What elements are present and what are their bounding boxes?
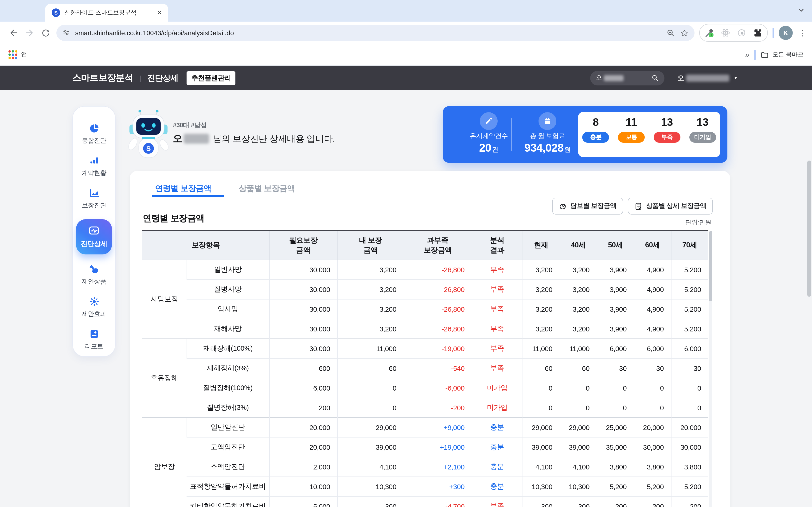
required-cell: 30,000 [269,279,338,299]
table-scrollbar-thumb[interactable] [709,231,712,301]
page-scrollbar-thumb[interactable] [807,161,811,297]
age70-cell: 0 [671,398,708,417]
age40-cell: 3,200 [560,279,597,299]
devtools-extension-icon[interactable] [704,28,715,38]
required-cell: 2,000 [269,457,338,476]
age60-cell: 4,900 [634,279,671,299]
pencil-icon [480,112,498,130]
extensions-puzzle-icon[interactable] [752,28,763,38]
age60-cell: 0 [634,398,671,417]
apps-grid-icon[interactable] [8,50,17,59]
age-now-cell: 4,100 [522,457,560,476]
redacted-customer-name [184,134,209,144]
product-detail-button[interactable]: 상품별 상세 보장금액 [627,198,713,215]
column-header: 분석 결과 [472,230,522,260]
zoom-out-icon[interactable] [666,29,675,37]
age70-cell: 5,200 [671,260,708,279]
tab-title: 신한라이프 스마트보장분석 [64,9,155,17]
age60-cell: 5,200 [634,476,671,496]
plan-manage-button[interactable]: 추천플랜관리 [187,71,236,85]
calendar-icon [539,112,556,130]
table-row: 카티항암약물허가치료비5,000300-4,700부족3003002002002… [142,496,708,507]
browser-tab[interactable]: S 신한라이프 스마트보장분석 × [45,4,168,21]
chevron-down-icon: ▼ [733,75,738,80]
required-cell: 20,000 [269,437,338,457]
bookmarks-overflow-icon[interactable]: » [745,50,750,59]
status-col-충분: 8충분 [582,117,609,143]
area-chart-icon [89,188,99,199]
table-row: 암사망30,0003,200-26,800부족3,2003,2003,9004,… [142,299,708,319]
sidebar-item-종합진단[interactable]: 종합진단 [82,123,106,145]
address-bar[interactable]: smart.shinhanlife.co.kr:10043/cfp/api/an… [56,25,695,41]
result-cell: 부족 [472,358,522,378]
sidebar-item-제안효과[interactable]: 제안효과 [82,296,106,318]
profile-avatar[interactable]: K [779,26,793,40]
result-cell: 충분 [472,437,522,457]
age40-cell: 3,200 [560,260,597,279]
summary-card: 유지계약건수 20건 총 월 보험료 934,028원 8충분11보통13부족1… [443,106,727,163]
age-now-cell: 60 [522,358,560,378]
coverage-table-wrap: 보장항목필요보장 금액내 보장 금액과부족 보장금액분석 결과현재40세50세6… [142,230,708,507]
required-cell: 10,000 [269,476,338,496]
mine-cell: 0 [338,378,404,398]
age70-cell: 3,800 [671,457,708,476]
donut-icon [559,202,567,210]
user-menu[interactable]: 오 ▼ [677,73,738,82]
gap-cell: -200 [404,398,472,417]
back-button[interactable] [6,25,21,41]
table-scrollbar[interactable] [709,231,712,507]
url-text[interactable]: smart.shinhanlife.co.kr:10043/cfp/api/an… [75,29,662,37]
result-cell: 충분 [472,417,522,437]
status-count: 8 [593,117,599,128]
tab-by-product[interactable]: 상품별 보장금액 [239,183,295,194]
tab-strip-chevron-icon[interactable] [798,7,805,14]
redacted-search-text [604,75,623,81]
mine-cell: 3,200 [338,319,404,338]
group-cell: 사망보장 [142,260,187,338]
table-row: 재해사망30,0003,200-26,800부족3,2003,2003,9004… [142,319,708,338]
orbit-extension-icon[interactable] [737,28,747,38]
site-settings-icon[interactable] [62,29,70,37]
column-header: 40세 [560,230,597,260]
customer-tags: #30대 #남성 [173,121,207,129]
age-now-cell: 3,200 [522,299,560,319]
mine-cell: 4,100 [338,457,404,476]
tab-strip: S 신한라이프 스마트보장분석 × [0,0,812,21]
age40-cell: 300 [560,496,597,507]
reload-button[interactable] [38,25,54,41]
atom-extension-icon[interactable] [720,28,731,38]
tab-by-age[interactable]: 연령별 보장금액 [155,183,211,194]
sidebar-item-보장진단[interactable]: 보장진단 [82,188,106,210]
customer-search-input[interactable]: 오 [590,71,664,85]
required-cell: 5,000 [269,496,338,507]
sidebar-item-진단상세[interactable]: 진단상세 [76,219,112,255]
report-icon [89,329,99,339]
age70-cell: 5,200 [671,299,708,319]
result-cell: 부족 [472,279,522,299]
browser-menu-icon[interactable]: ⋮ [798,28,806,38]
status-pill: 보통 [618,132,645,143]
group-cell: 후유장해 [142,338,187,417]
tab-close-icon[interactable]: × [155,8,163,17]
age60-cell: 4,900 [634,260,671,279]
sidebar-item-label: 리포트 [85,342,103,351]
sidebar-item-리포트[interactable]: 리포트 [85,329,103,351]
age50-cell: 3,800 [597,457,634,476]
nav-current-page: 진단상세 [147,72,178,83]
coverage-table: 보장항목필요보장 금액내 보장 금액과부족 보장금액분석 결과현재40세50세6… [142,230,708,507]
search-icon[interactable] [651,74,659,82]
mine-cell: 10,300 [338,476,404,496]
item-cell: 질병장해(100%) [187,378,269,398]
age50-cell: 5,200 [597,476,634,496]
forward-button[interactable] [21,25,38,41]
robot-mascot: S [126,109,171,160]
sidebar-item-제안상품[interactable]: 제안상품 [82,264,106,286]
apps-label[interactable]: 앱 [21,51,27,59]
bookmark-star-icon[interactable] [680,29,689,37]
detail-card: 연령별 보장금액 상품별 보장금액 담보별 보장금액 상품별 상세 보장금액 연… [130,171,730,507]
table-row: 사망보장일반사망30,0003,200-26,800부족3,2003,2003,… [142,260,708,279]
all-bookmarks-label[interactable]: 모든 북마크 [772,51,804,59]
status-col-미가입: 13미가입 [689,117,716,143]
by-coverage-button[interactable]: 담보별 보장금액 [552,198,623,215]
sidebar-item-계약현황[interactable]: 계약현황 [82,155,106,177]
